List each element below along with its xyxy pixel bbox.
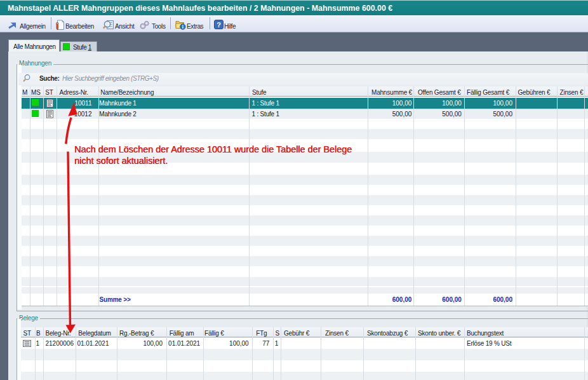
svg-text:?: ? xyxy=(217,21,221,29)
